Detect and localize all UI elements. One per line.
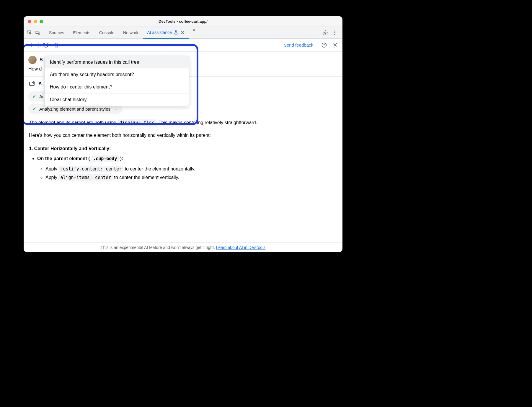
devtools-window: DevTools - coffee-cart.app/ Sources Elem… bbox=[24, 16, 342, 252]
ai-toolbar: Send feedback bbox=[24, 39, 342, 52]
tabbar-right bbox=[322, 29, 340, 36]
tabs: Sources Elements Console Network AI assi… bbox=[45, 27, 197, 39]
text: Apply bbox=[45, 175, 58, 180]
divider bbox=[38, 42, 39, 48]
toolbar-right: Send feedback bbox=[284, 42, 338, 49]
svg-point-6 bbox=[334, 34, 335, 35]
svg-point-3 bbox=[325, 32, 326, 33]
titlebar: DevTools - coffee-cart.app/ bbox=[24, 16, 342, 27]
history-icon[interactable] bbox=[42, 42, 49, 49]
list-item: Apply align-items: center to center the … bbox=[45, 173, 337, 182]
divider bbox=[317, 42, 317, 48]
pill-label: Analyzing element and parent styles bbox=[39, 106, 110, 111]
history-dropdown: Identify performance issues in this call… bbox=[44, 56, 189, 106]
chevron-down-icon: ⌄ bbox=[115, 106, 118, 111]
svg-point-8 bbox=[334, 44, 336, 46]
text: . This makes centering relatively straig… bbox=[156, 120, 257, 125]
code: justify-content: center bbox=[58, 166, 123, 172]
text: On the parent element ( bbox=[37, 156, 91, 161]
tab-sources[interactable]: Sources bbox=[45, 27, 68, 39]
clear-history-item[interactable]: Clear chat history bbox=[45, 93, 189, 106]
text: ): bbox=[119, 156, 123, 161]
tab-elements[interactable]: Elements bbox=[69, 27, 94, 39]
ai-name-initial: A bbox=[38, 81, 42, 86]
text: Apply bbox=[45, 166, 58, 171]
text: The element and its parent are both usin… bbox=[29, 120, 118, 125]
history-item[interactable]: How do I center this element? bbox=[45, 81, 189, 93]
ai-sparkle-icon bbox=[28, 80, 35, 87]
code: display: flex bbox=[118, 119, 156, 126]
footer-text: This is an experimental AI feature and w… bbox=[101, 245, 216, 250]
history-item[interactable]: Are there any security headers present? bbox=[45, 68, 189, 81]
heading: 1. Center Horizontally and Vertically: bbox=[29, 145, 337, 153]
text: Here's how you can center the element bo… bbox=[29, 131, 337, 140]
svg-point-4 bbox=[334, 30, 335, 31]
code: .cup-body bbox=[91, 155, 119, 162]
tab-console[interactable]: Console bbox=[95, 27, 118, 39]
device-toolbar-icon[interactable] bbox=[34, 29, 41, 36]
list-item: Apply justify-content: center to center … bbox=[45, 165, 337, 173]
tab-bar: Sources Elements Console Network AI assi… bbox=[24, 27, 342, 39]
text: to center the element horizontally. bbox=[123, 166, 195, 171]
kebab-menu-icon[interactable] bbox=[331, 29, 338, 36]
footer: This is an experimental AI feature and w… bbox=[24, 242, 342, 252]
text: to center the element vertically. bbox=[113, 175, 179, 180]
check-icon: ✓ bbox=[32, 94, 36, 99]
footer-link[interactable]: Learn about AI in DevTools bbox=[216, 245, 265, 250]
tab-ai-label: AI assistance bbox=[147, 29, 172, 35]
list-item: On the parent element ( .cup-body ): App… bbox=[37, 155, 337, 182]
new-chat-icon[interactable] bbox=[28, 42, 35, 49]
tab-network[interactable]: Network bbox=[119, 27, 142, 39]
send-feedback-link[interactable]: Send feedback bbox=[284, 42, 313, 47]
check-icon: ✓ bbox=[32, 106, 36, 111]
user-avatar bbox=[28, 56, 37, 64]
close-tab-icon[interactable] bbox=[180, 30, 185, 35]
svg-point-5 bbox=[334, 32, 335, 33]
code: align-items: center bbox=[58, 174, 113, 181]
user-name-initial: S bbox=[40, 57, 43, 63]
settings-gear-icon[interactable] bbox=[322, 29, 329, 36]
help-icon[interactable] bbox=[321, 42, 328, 49]
tab-ai-assistance[interactable]: AI assistance bbox=[143, 27, 189, 39]
inspect-icon[interactable] bbox=[26, 29, 33, 36]
flask-icon bbox=[174, 30, 178, 35]
ai-response-body: The element and its parent are both usin… bbox=[24, 114, 342, 187]
tabs-overflow-icon[interactable]: » bbox=[191, 27, 197, 39]
window-title: DevTools - coffee-cart.app/ bbox=[24, 19, 342, 24]
history-item[interactable]: Identify performance issues in this call… bbox=[45, 56, 189, 68]
panel-settings-icon[interactable] bbox=[331, 42, 338, 49]
trash-icon[interactable] bbox=[53, 42, 60, 49]
